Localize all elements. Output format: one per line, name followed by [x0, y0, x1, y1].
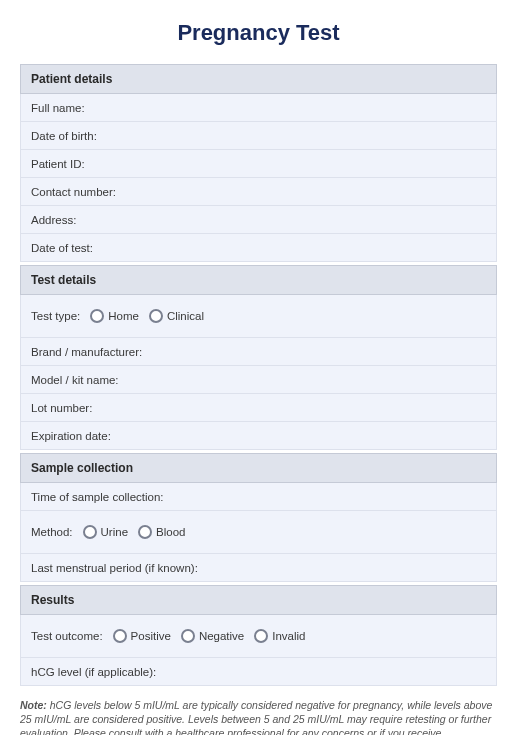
radio-circle-icon: [90, 309, 104, 323]
radio-blood-label: Blood: [156, 526, 185, 538]
radio-positive[interactable]: Positive: [113, 629, 171, 643]
radio-negative[interactable]: Negative: [181, 629, 244, 643]
test-type-label: Test type:: [31, 310, 80, 322]
radio-clinical-label: Clinical: [167, 310, 204, 322]
radio-circle-icon: [113, 629, 127, 643]
radio-circle-icon: [254, 629, 268, 643]
outcome-label: Test outcome:: [31, 630, 103, 642]
field-sample-time[interactable]: Time of sample collection:: [20, 483, 497, 511]
field-test-type: Test type: Home Clinical: [20, 295, 497, 338]
note-text: Note: hCG levels below 5 mIU/mL are typi…: [20, 698, 497, 735]
section-header-sample: Sample collection: [20, 453, 497, 483]
radio-urine-label: Urine: [101, 526, 128, 538]
field-contact-number[interactable]: Contact number:: [20, 178, 497, 206]
radio-negative-label: Negative: [199, 630, 244, 642]
field-model[interactable]: Model / kit name:: [20, 366, 497, 394]
field-test-outcome: Test outcome: Positive Negative Invalid: [20, 615, 497, 658]
field-method: Method: Urine Blood: [20, 511, 497, 554]
radio-invalid-label: Invalid: [272, 630, 305, 642]
field-address[interactable]: Address:: [20, 206, 497, 234]
radio-circle-icon: [149, 309, 163, 323]
radio-circle-icon: [138, 525, 152, 539]
field-date-of-test[interactable]: Date of test:: [20, 234, 497, 262]
radio-urine[interactable]: Urine: [83, 525, 128, 539]
section-header-results: Results: [20, 585, 497, 615]
radio-positive-label: Positive: [131, 630, 171, 642]
field-brand[interactable]: Brand / manufacturer:: [20, 338, 497, 366]
field-hcg-level[interactable]: hCG level (if applicable):: [20, 658, 497, 686]
section-header-test: Test details: [20, 265, 497, 295]
radio-invalid[interactable]: Invalid: [254, 629, 305, 643]
radio-circle-icon: [181, 629, 195, 643]
page-title: Pregnancy Test: [20, 20, 497, 46]
field-patient-id[interactable]: Patient ID:: [20, 150, 497, 178]
radio-blood[interactable]: Blood: [138, 525, 185, 539]
method-label: Method:: [31, 526, 73, 538]
field-lot-number[interactable]: Lot number:: [20, 394, 497, 422]
note-label: Note:: [20, 699, 47, 711]
radio-clinical[interactable]: Clinical: [149, 309, 204, 323]
section-header-patient: Patient details: [20, 64, 497, 94]
note-body: hCG levels below 5 mIU/mL are typically …: [20, 699, 492, 735]
radio-home[interactable]: Home: [90, 309, 139, 323]
field-lmp[interactable]: Last menstrual period (if known):: [20, 554, 497, 582]
radio-home-label: Home: [108, 310, 139, 322]
field-full-name[interactable]: Full name:: [20, 94, 497, 122]
field-date-of-birth[interactable]: Date of birth:: [20, 122, 497, 150]
radio-circle-icon: [83, 525, 97, 539]
field-expiration-date[interactable]: Expiration date:: [20, 422, 497, 450]
